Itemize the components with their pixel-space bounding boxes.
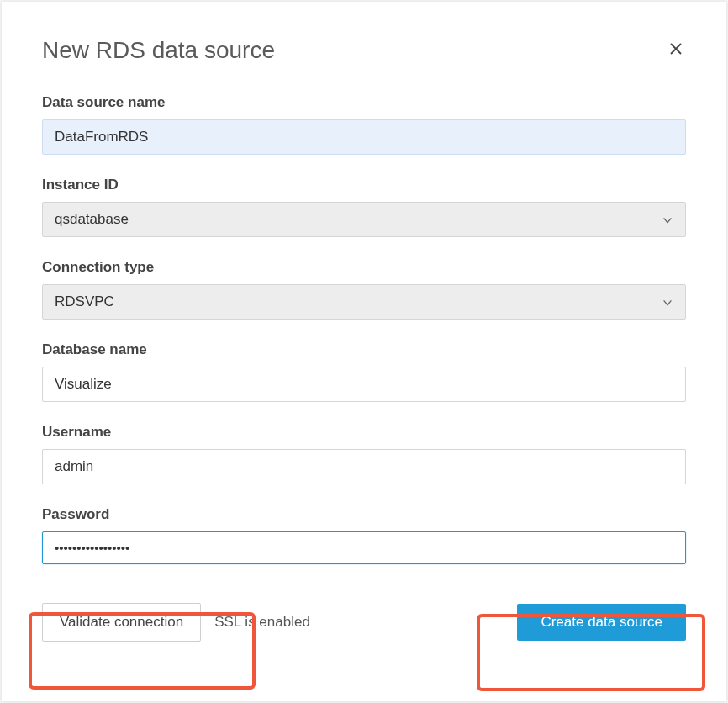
footer-left: Validate connection SSL is enabled [42, 603, 310, 642]
instance-id-label: Instance ID [42, 177, 686, 193]
instance-id-group: Instance ID qsdatabase [42, 177, 686, 237]
create-data-source-button[interactable]: Create data source [517, 604, 686, 641]
database-name-group: Database name [42, 341, 686, 402]
instance-id-select[interactable]: qsdatabase [42, 202, 686, 237]
data-source-name-input[interactable] [42, 119, 686, 155]
connection-type-select[interactable]: RDSVPC [42, 284, 686, 320]
password-group: Password [42, 506, 686, 564]
modal-header: New RDS data source [2, 2, 726, 64]
form-body: Data source name Instance ID qsdatabase … [2, 64, 726, 603]
data-source-name-group: Data source name [42, 94, 686, 155]
ssl-enabled-text: SSL is enabled [214, 614, 310, 631]
username-group: Username [42, 424, 686, 484]
connection-type-label: Connection type [42, 259, 686, 276]
password-input[interactable] [42, 531, 686, 564]
instance-id-value: qsdatabase [55, 211, 129, 228]
close-button[interactable] [666, 37, 686, 62]
connection-type-value: RDSVPC [55, 293, 114, 310]
validate-connection-button[interactable]: Validate connection [42, 603, 201, 642]
chevron-down-icon [662, 214, 673, 225]
password-label: Password [42, 506, 686, 523]
connection-type-group: Connection type RDSVPC [42, 259, 686, 320]
username-input[interactable] [42, 449, 686, 484]
data-source-name-label: Data source name [42, 94, 686, 111]
chevron-down-icon [662, 296, 673, 308]
modal-footer: Validate connection SSL is enabled Creat… [2, 603, 726, 662]
username-label: Username [42, 424, 686, 441]
database-name-label: Database name [42, 341, 686, 358]
close-icon [669, 39, 683, 60]
database-name-input[interactable] [42, 367, 686, 402]
modal-title: New RDS data source [42, 37, 275, 64]
new-rds-datasource-modal: New RDS data source Data source name Ins… [2, 2, 726, 701]
